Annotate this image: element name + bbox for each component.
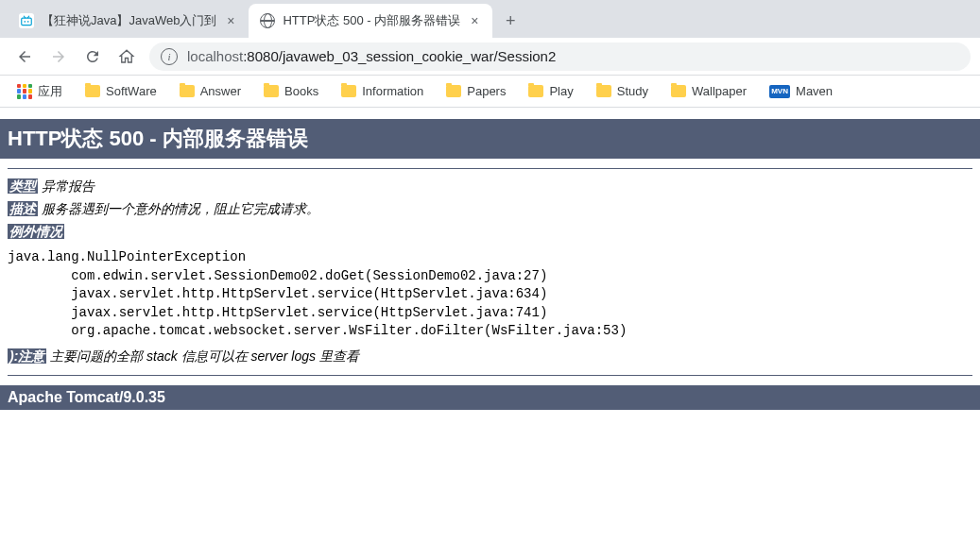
bilibili-favicon-icon [19, 13, 34, 28]
maven-icon: MVN [769, 85, 790, 98]
reload-button[interactable] [77, 42, 108, 72]
bookmark-label: Study [617, 84, 648, 98]
folder-icon [180, 85, 195, 97]
new-tab-button[interactable]: + [496, 7, 524, 35]
bookmarks-bar: 应用 SoftWare Answer Books Information Pap… [0, 76, 980, 108]
error-type-line: 类型 异常报告 [8, 178, 972, 195]
folder-icon [671, 85, 686, 97]
bookmark-folder-software[interactable]: SoftWare [77, 80, 164, 102]
browser-toolbar: i localhost:8080/javaweb_03_session_cook… [0, 38, 980, 76]
bookmark-label: Books [284, 84, 318, 98]
bookmark-label: Maven [796, 84, 833, 98]
folder-icon [596, 85, 611, 97]
bookmark-label: Wallpaper [692, 84, 747, 98]
tab-title: 【狂神说Java】JavaWeb入门到 [42, 12, 216, 29]
bookmark-label: Papers [467, 84, 506, 98]
browser-tab-inactive[interactable]: 【狂神说Java】JavaWeb入门到 × [8, 4, 249, 38]
exception-label: 例外情况 [8, 224, 64, 239]
error-heading: HTTP状态 500 - 内部服务器错误 [0, 119, 980, 159]
folder-icon [446, 85, 461, 97]
folder-icon [341, 85, 356, 97]
server-info: Apache Tomcat/9.0.35 [0, 385, 980, 410]
folder-icon [528, 85, 543, 97]
type-label: 类型 [8, 178, 38, 194]
site-info-icon[interactable]: i [161, 48, 178, 65]
note-label: ):注意 [8, 348, 46, 364]
address-bar[interactable]: i localhost:8080/javaweb_03_session_cook… [149, 42, 971, 71]
note-value: 主要问题的全部 stack 信息可以在 server logs 里查看 [50, 348, 359, 364]
bookmark-folder-play[interactable]: Play [521, 80, 580, 102]
divider [8, 168, 972, 169]
apps-button[interactable]: 应用 [9, 79, 70, 104]
tab-title: HTTP状态 500 - 内部服务器错误 [283, 12, 460, 29]
bookmark-folder-papers[interactable]: Papers [438, 80, 513, 102]
browser-tab-bar: 【狂神说Java】JavaWeb入门到 × HTTP状态 500 - 内部服务器… [0, 0, 980, 38]
desc-label: 描述 [8, 201, 38, 216]
bookmark-folder-study[interactable]: Study [589, 80, 656, 102]
error-desc-line: 描述 服务器遇到一个意外的情况，阻止它完成请求。 [8, 201, 972, 218]
svg-rect-0 [22, 18, 32, 25]
tab-close-icon[interactable]: × [468, 14, 481, 27]
folder-icon [264, 85, 279, 97]
bookmark-label: 应用 [38, 83, 62, 100]
page-content: HTTP状态 500 - 内部服务器错误 类型 异常报告 描述 服务器遇到一个意… [0, 119, 980, 410]
bookmark-folder-wallpaper[interactable]: Wallpaper [663, 80, 754, 102]
apps-grid-icon [17, 84, 32, 99]
bookmark-label: Answer [200, 84, 241, 98]
bookmark-maven[interactable]: MVNMaven [762, 80, 840, 102]
divider [8, 375, 972, 376]
bookmark-label: Play [549, 84, 573, 98]
exception-heading-line: 例外情况 [8, 224, 972, 241]
type-value: 异常报告 [42, 178, 95, 194]
browser-tab-active[interactable]: HTTP状态 500 - 内部服务器错误 × [249, 4, 492, 38]
bookmark-folder-information[interactable]: Information [334, 80, 431, 102]
home-button[interactable] [112, 42, 142, 72]
exception-stacktrace: java.lang.NullPointerException com.edwin… [8, 248, 972, 341]
back-button[interactable] [9, 42, 40, 72]
bookmark-label: SoftWare [106, 84, 157, 98]
folder-icon [85, 85, 100, 97]
tab-close-icon[interactable]: × [224, 14, 237, 27]
bookmark-label: Information [362, 84, 423, 98]
desc-value: 服务器遇到一个意外的情况，阻止它完成请求。 [42, 201, 319, 216]
bookmark-folder-answer[interactable]: Answer [172, 80, 249, 102]
note-line: ):注意 主要问题的全部 stack 信息可以在 server logs 里查看 [8, 348, 972, 365]
forward-button[interactable] [43, 42, 74, 72]
globe-favicon-icon [260, 13, 275, 28]
url-text: localhost:8080/javaweb_03_session_cookie… [187, 48, 556, 64]
bookmark-folder-books[interactable]: Books [256, 80, 326, 102]
